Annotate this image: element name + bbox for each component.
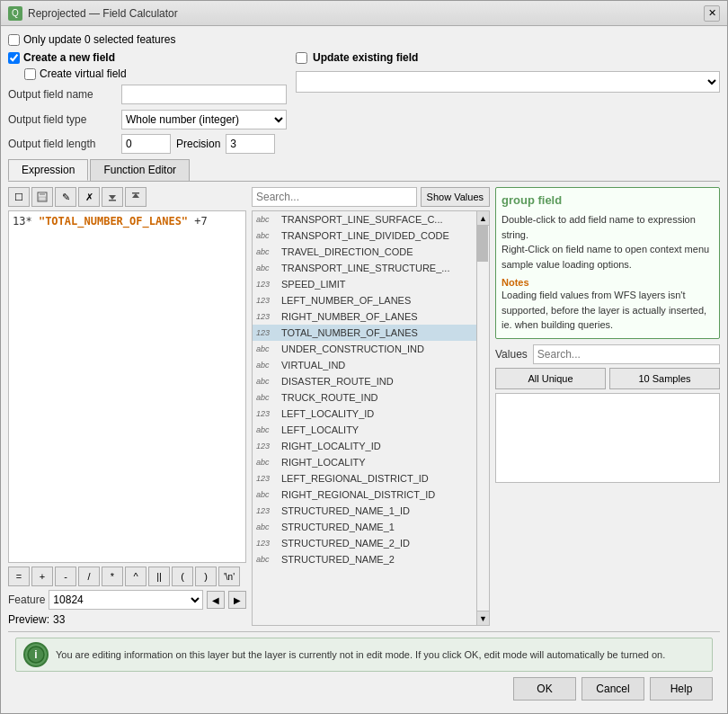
only-update-checkbox[interactable] [8,34,20,46]
field-name: LEFT_REGIONAL_DISTRICT_ID [281,473,429,484]
field-type-badge: 123 [256,328,278,337]
delete-expr-btn[interactable]: ✗ [78,187,100,207]
feature-prev-btn[interactable]: ◀ [207,591,225,609]
field-type-badge: abc [256,555,278,564]
op-close-paren-btn[interactable]: ) [195,567,217,586]
list-item[interactable]: abcTRANSPORT_LINE_DIVIDED_CODE [253,228,476,244]
field-name: STRUCTURED_NAME_1 [281,522,395,532]
list-item[interactable]: abcTRUCK_ROUTE_IND [253,389,476,406]
title-bar-left: Q Reprojected — Field Calculator [8,6,178,21]
close-button[interactable]: ✕ [704,5,720,22]
field-type-badge: 123 [256,312,278,321]
values-list [495,393,720,483]
list-item[interactable]: 123RIGHT_LOCALITY_ID [253,438,476,454]
op-power-btn[interactable]: ^ [125,567,146,586]
field-type-badge: abc [256,377,278,386]
output-field-type-row: Output field type Whole number (integer) [8,109,287,130]
field-type-badge: abc [256,231,278,240]
feature-next-btn[interactable]: ▶ [228,591,246,609]
values-section: Values All Unique 10 Samples [495,344,720,483]
expression-panel: ☐ ✎ ✗ 13* "TOTAL_NUMBER_OF_LANES" [8,187,246,626]
list-item[interactable]: 123LEFT_REGIONAL_DISTRICT_ID [253,470,476,486]
create-new-field-checkbox[interactable] [8,52,20,64]
list-item[interactable]: 123SPEED_LIMIT [253,276,476,292]
feature-select[interactable]: 10824 [49,590,203,610]
info-panel: group field Double-click to add field na… [495,187,720,626]
output-field-name-input[interactable]: bufferdist [121,85,287,104]
help-button[interactable]: Help [650,677,713,701]
fields-panel: Show Values abcTRANSPORT_LINE_SURFACE_C.… [252,187,490,626]
update-field-select[interactable] [296,71,720,93]
list-item[interactable]: abcRIGHT_LOCALITY [253,454,476,470]
field-name: LEFT_LOCALITY_ID [281,408,374,419]
list-item[interactable]: abcSTRUCTURED_NAME_1 [253,519,476,535]
output-field-length-input[interactable] [121,134,171,154]
op-newline-btn[interactable]: '\n' [218,567,240,586]
update-existing-checkbox[interactable] [296,52,307,64]
list-item[interactable]: 123RIGHT_NUMBER_OF_LANES [253,308,476,325]
list-item[interactable]: 123LEFT_LOCALITY_ID [253,406,476,422]
output-field-type-select[interactable]: Whole number (integer) [121,110,287,129]
list-item[interactable]: abcRIGHT_REGIONAL_DISTRICT_ID [253,486,476,503]
field-name: TRANSPORT_LINE_STRUCTURE_... [281,263,449,273]
list-item[interactable]: abcDISASTER_ROUTE_IND [253,373,476,389]
output-field-name-label: Output field name [8,88,116,101]
values-search-input[interactable] [533,344,720,364]
list-item[interactable]: abcTRANSPORT_LINE_SURFACE_C... [253,211,476,228]
create-virtual-checkbox[interactable] [24,68,36,80]
list-item[interactable]: 123STRUCTURED_NAME_2_ID [253,535,476,551]
list-item[interactable]: 123LEFT_NUMBER_OF_LANES [253,292,476,308]
fields-search-row: Show Values [252,187,490,207]
field-name: TRUCK_ROUTE_IND [281,392,378,403]
list-item[interactable]: abcTRAVEL_DIRECTION_CODE [253,244,476,260]
export-expr-btn[interactable] [125,187,146,207]
new-expr-btn[interactable]: ☐ [8,187,30,207]
field-name: LEFT_LOCALITY [281,424,359,435]
field-type-badge: 123 [256,296,278,305]
values-row: Values [495,344,720,364]
fields-search-input[interactable] [252,187,417,207]
group-field-box: group field Double-click to add field na… [495,187,720,339]
scroll-up-btn[interactable]: ▲ [477,211,489,226]
svg-text:i: i [34,648,37,661]
scroll-down-btn[interactable]: ▼ [477,611,489,625]
all-unique-btn[interactable]: All Unique [495,368,606,389]
op-minus-btn[interactable]: - [55,567,76,586]
op-plus-btn[interactable]: + [31,567,53,586]
cancel-button[interactable]: Cancel [582,677,644,701]
save-expr-btn[interactable] [31,187,53,207]
scroll-thumb[interactable] [477,226,488,262]
svg-rect-2 [39,197,46,201]
list-item[interactable]: abcSTRUCTURED_NAME_2 [253,551,476,567]
expr-operator-buttons: = + - / * ^ || ( ) '\n' [8,567,246,586]
op-equals-btn[interactable]: = [8,567,30,586]
ok-button[interactable]: OK [513,677,576,701]
op-divide-btn[interactable]: / [78,567,100,586]
precision-input[interactable] [226,134,275,154]
field-name: UNDER_CONSTRUCTION_IND [281,344,424,354]
field-name: VIRTUAL_IND [281,360,345,370]
fields-scrollbar[interactable]: ▲ ▼ [476,211,489,625]
field-name: TRAVEL_DIRECTION_CODE [281,246,413,257]
only-update-label: Only update 0 selected features [23,33,175,46]
list-item[interactable]: 123TOTAL_NUMBER_OF_LANES [253,325,476,341]
show-values-btn[interactable]: Show Values [421,187,490,207]
op-concat-btn[interactable]: || [148,567,170,586]
notes-text: Loading field values from WFS layers isn… [502,288,714,333]
ten-samples-btn[interactable]: 10 Samples [609,368,720,389]
expression-editor[interactable]: 13* "TOTAL_NUMBER_OF_LANES" +7 [9,211,245,562]
scroll-track [477,226,489,611]
tab-expression[interactable]: Expression [8,159,88,181]
list-item[interactable]: abcLEFT_LOCALITY [253,422,476,438]
edit-expr-btn[interactable]: ✎ [55,187,76,207]
list-item[interactable]: abcVIRTUAL_IND [253,357,476,373]
field-name: STRUCTURED_NAME_1_ID [281,505,410,516]
list-item[interactable]: 123STRUCTURED_NAME_1_ID [253,503,476,519]
list-item[interactable]: abcUNDER_CONSTRUCTION_IND [253,341,476,357]
list-item[interactable]: abcTRANSPORT_LINE_STRUCTURE_... [253,260,476,276]
op-multiply-btn[interactable]: * [102,567,123,586]
op-open-paren-btn[interactable]: ( [172,567,193,586]
load-expr-btn[interactable] [102,187,123,207]
fields-list: abcTRANSPORT_LINE_SURFACE_C...abcTRANSPO… [253,211,476,625]
tab-function-editor[interactable]: Function Editor [90,159,190,181]
